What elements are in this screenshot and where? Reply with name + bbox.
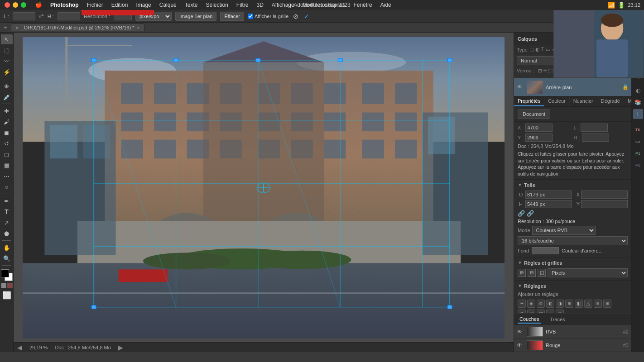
fr-tkCX-icon[interactable]: CX <box>633 137 643 147</box>
filter-text-icon[interactable]: T <box>541 47 544 52</box>
grille-checkbox[interactable] <box>248 14 253 19</box>
bit-depth-select[interactable]: 16 bits/couche <box>518 236 628 245</box>
adj-vibrance[interactable]: ◐ <box>546 300 554 308</box>
adj-black-white[interactable]: ◧ <box>575 300 583 308</box>
channel-item-rouge[interactable]: 👁 Rouge #3 <box>514 338 631 352</box>
filter-shape-icon[interactable]: ▭ <box>546 47 550 52</box>
tool-marquee[interactable]: ⬚ <box>1 45 13 55</box>
effacer-button[interactable]: Effacer <box>220 12 244 21</box>
tab-degrade[interactable]: Dégradé <box>597 96 624 106</box>
tool-zoom[interactable]: 🔍 <box>1 253 13 263</box>
tool-clone[interactable]: ◼ <box>1 128 13 138</box>
filter-pixel-icon[interactable]: ⬚ <box>529 47 534 52</box>
color-swatches[interactable] <box>1 269 13 281</box>
tool-move[interactable]: ↖ <box>1 34 13 44</box>
menu-aide[interactable]: Aide <box>377 1 395 9</box>
maximize-button[interactable] <box>21 2 26 8</box>
adj-color-balance[interactable]: ⊕ <box>565 300 573 308</box>
menu-calque[interactable]: Calque <box>156 1 180 9</box>
h-input[interactable] <box>58 12 80 20</box>
rules-section-header[interactable]: ▼ Règles et grilles <box>518 260 628 266</box>
channel-eye-rvb[interactable]: 👁 <box>517 329 524 335</box>
tool-healing[interactable]: ✚ <box>1 106 13 116</box>
foreground-color-swatch[interactable] <box>1 269 9 277</box>
tool-dodge[interactable]: ○ <box>1 182 13 192</box>
quick-mask-mode[interactable] <box>7 283 13 288</box>
tab-couleur[interactable]: Couleur <box>544 96 570 106</box>
tool-eyedropper[interactable]: 💉 <box>1 92 13 102</box>
tab-couches[interactable]: Couches <box>518 315 541 324</box>
lock-pixels-icon[interactable]: ⊞ <box>538 68 542 74</box>
document-button[interactable]: Document <box>518 110 550 119</box>
width-input[interactable] <box>525 191 572 199</box>
fr-info-icon[interactable]: i <box>633 109 643 119</box>
tool-gradient[interactable]: ▦ <box>1 160 13 170</box>
h-input-info[interactable] <box>582 133 609 142</box>
tool-blur[interactable]: ⋯ <box>1 171 13 181</box>
apple-menu[interactable]: 🍎 <box>32 1 46 9</box>
app-name[interactable]: Photoshop <box>47 1 82 9</box>
menu-texte[interactable]: Texte <box>181 1 202 9</box>
channel-eye-rouge[interactable]: 👁 <box>517 342 524 348</box>
tab-motifs[interactable]: Motifs <box>624 96 631 106</box>
menu-3d[interactable]: 3D <box>253 1 267 9</box>
standard-mode[interactable] <box>1 283 6 288</box>
layer-item-arriere-plan[interactable]: 👁 Arrière-plan 🔒 <box>514 78 631 96</box>
tool-lasso[interactable]: 〰 <box>1 56 13 66</box>
menu-image[interactable]: Image <box>132 1 154 9</box>
fr-reglages-icon[interactable]: ◐ <box>633 86 643 95</box>
color-mode-select[interactable]: Couleurs RVB <box>532 226 596 235</box>
menu-fichier[interactable]: Fichier <box>83 1 107 9</box>
tool-hand[interactable]: ✋ <box>1 243 13 252</box>
menu-filtre[interactable]: Filtre <box>233 1 252 9</box>
tab-proprietes[interactable]: Propriétés <box>514 96 544 106</box>
layer-visibility-icon[interactable]: 👁 <box>517 84 524 90</box>
canvas-image[interactable] <box>23 37 505 338</box>
adj-selective-color[interactable]: ◎ <box>556 310 564 313</box>
status-nav-left[interactable]: ◀ <box>17 344 22 351</box>
l-input-info[interactable] <box>581 124 608 132</box>
tool-quick-select[interactable]: ⚡ <box>1 67 13 77</box>
height-input[interactable] <box>525 200 572 208</box>
file-tab-item[interactable]: × _ORO2191-HDR-Modifier.psd @ 29,2% (RVB… <box>11 24 145 31</box>
tab-nuancier[interactable]: Nuancier <box>570 96 597 106</box>
canvas-section-header[interactable]: ▼ Toile <box>518 182 628 188</box>
rule-icon-2[interactable]: ⊟ <box>528 269 536 277</box>
tab-close-button[interactable]: × <box>137 25 139 30</box>
tool-history-brush[interactable]: ↺ <box>1 138 13 148</box>
new-tab-button[interactable]: + <box>4 24 7 31</box>
adj-channel-mixer[interactable]: ≡ <box>594 300 602 308</box>
confirm-transform-icon[interactable]: ✓ <box>303 12 310 21</box>
adjustments-header[interactable]: ▼ Réglages <box>518 283 628 289</box>
screen-mode-button[interactable]: ⬜ <box>2 291 11 300</box>
menu-edition[interactable]: Edition <box>108 1 132 9</box>
adj-gradient-map[interactable]: ▰ <box>546 310 554 313</box>
tab-traces[interactable]: Tracés <box>548 316 567 323</box>
rule-icon-3[interactable]: ◫ <box>538 269 546 277</box>
adj-brightness[interactable]: ☀ <box>518 300 526 308</box>
swap-icon[interactable]: ⇄ <box>39 13 44 19</box>
x-input[interactable] <box>525 124 553 132</box>
adj-threshold[interactable]: ▧ <box>537 310 545 313</box>
image-1er-plan-button[interactable]: Image 1er plan <box>175 12 216 21</box>
tool-text[interactable]: T <box>1 207 13 217</box>
minimize-button[interactable] <box>13 2 18 8</box>
menu-fenetre[interactable]: Fenêtre <box>350 1 375 9</box>
y-input[interactable] <box>525 133 553 142</box>
fr-plugin1-icon[interactable]: P1 <box>633 148 643 158</box>
lock-position-icon[interactable]: ✛ <box>543 68 547 74</box>
x-pos-input[interactable] <box>581 191 628 199</box>
channel-item-rvb[interactable]: 👁 RVB #2 <box>514 325 631 338</box>
resolution-input[interactable] <box>114 12 132 20</box>
resolution-unit-select[interactable]: pixels/po. <box>135 12 172 21</box>
tool-shape[interactable]: ⬟ <box>1 229 13 238</box>
fr-bibliotheques-icon[interactable]: 📚 <box>633 97 643 107</box>
cancel-transform-icon[interactable]: ⊘ <box>292 12 299 21</box>
menu-selection[interactable]: Sélection <box>202 1 231 9</box>
status-nav-right[interactable]: ▶ <box>118 344 123 351</box>
link-xy-icon[interactable]: 🔗 <box>527 210 534 217</box>
l-input[interactable] <box>13 12 35 20</box>
fr-tk-icon[interactable]: TK <box>633 125 643 135</box>
afficher-grille-check[interactable]: Afficher la grille <box>248 14 288 19</box>
tool-brush[interactable]: 🖌 <box>1 117 13 127</box>
